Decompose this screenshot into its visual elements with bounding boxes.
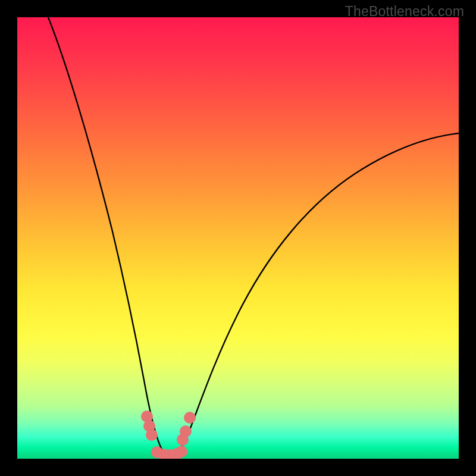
outer-frame: TheBottleneck.com: [0, 0, 476, 476]
bead-right-3: [184, 412, 196, 424]
bead-left-3: [146, 429, 158, 441]
left-curve: [48, 17, 169, 458]
plot-area: [17, 17, 459, 459]
right-curve: [173, 133, 459, 458]
bead-right-2: [180, 425, 192, 437]
curves-svg: [17, 17, 459, 459]
watermark-text: TheBottleneck.com: [345, 4, 464, 20]
bead-floor-5: [176, 446, 187, 458]
